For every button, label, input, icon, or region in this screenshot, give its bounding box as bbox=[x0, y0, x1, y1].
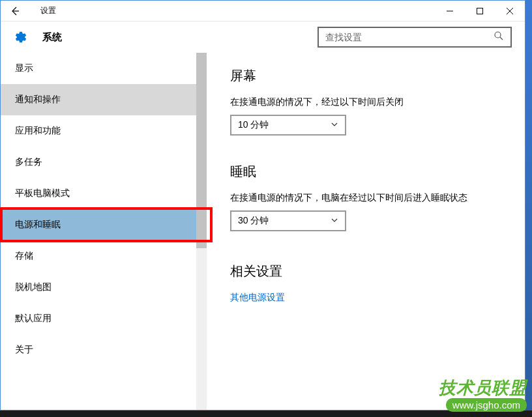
related-section-title: 相关设置 bbox=[230, 263, 501, 280]
screen-section-title: 屏幕 bbox=[230, 67, 501, 85]
header: 系统 bbox=[1, 22, 525, 53]
sidebar-item-label: 电源和睡眠 bbox=[15, 219, 61, 231]
sidebar-item-label: 显示 bbox=[15, 63, 33, 74]
sidebar-item-multitasking[interactable]: 多任务 bbox=[1, 147, 207, 178]
minimize-icon bbox=[447, 8, 453, 14]
screen-timeout-dropdown[interactable]: 10 分钟 bbox=[230, 115, 346, 136]
back-button[interactable] bbox=[1, 1, 29, 22]
search-input[interactable] bbox=[325, 32, 494, 42]
sleep-field-label: 在接通电源的情况下，电脑在经过以下时间后进入睡眠状态 bbox=[230, 192, 501, 204]
svg-point-1 bbox=[495, 32, 501, 38]
arrow-left-icon bbox=[10, 6, 20, 16]
sidebar-item-label: 默认应用 bbox=[15, 313, 52, 324]
maximize-icon bbox=[477, 8, 483, 14]
sidebar-item-storage[interactable]: 存储 bbox=[1, 240, 207, 272]
sidebar-item-label: 关于 bbox=[15, 344, 33, 356]
watermark-url: www.jsgho.com bbox=[446, 398, 527, 412]
other-power-settings-link[interactable]: 其他电源设置 bbox=[230, 292, 501, 304]
sidebar-item-power-sleep[interactable]: 电源和睡眠 bbox=[1, 209, 207, 240]
search-box[interactable] bbox=[318, 27, 512, 48]
chevron-down-icon bbox=[331, 215, 338, 227]
titlebar: 设置 bbox=[1, 1, 525, 22]
sidebar-item-label: 脱机地图 bbox=[15, 281, 52, 293]
scrollbar-thumb[interactable] bbox=[196, 53, 207, 248]
sidebar-item-default-apps[interactable]: 默认应用 bbox=[1, 303, 207, 334]
sidebar-item-label: 存储 bbox=[15, 250, 33, 262]
sleep-timeout-dropdown[interactable]: 30 分钟 bbox=[230, 210, 346, 231]
dropdown-value: 10 分钟 bbox=[238, 119, 269, 131]
window-title: 设置 bbox=[29, 5, 435, 16]
search-icon bbox=[494, 31, 504, 44]
maximize-button[interactable] bbox=[465, 1, 495, 22]
sidebar-item-offline-maps[interactable]: 脱机地图 bbox=[1, 272, 207, 303]
category-title: 系统 bbox=[42, 31, 62, 44]
minimize-button[interactable] bbox=[435, 1, 465, 22]
sidebar-item-notifications[interactable]: 通知和操作 bbox=[1, 84, 207, 115]
sidebar-item-label: 通知和操作 bbox=[15, 94, 61, 106]
gear-icon bbox=[14, 30, 28, 44]
close-button[interactable] bbox=[495, 1, 525, 22]
sleep-section-title: 睡眠 bbox=[230, 163, 501, 180]
sidebar-item-about[interactable]: 关于 bbox=[1, 334, 207, 366]
chevron-down-icon bbox=[331, 119, 338, 131]
scrollbar[interactable] bbox=[196, 53, 207, 410]
screen-field-label: 在接通电源的情况下，经过以下时间后关闭 bbox=[230, 96, 501, 108]
watermark: 技术员联盟 www.jsgho.com bbox=[439, 377, 527, 412]
dropdown-value: 30 分钟 bbox=[238, 215, 269, 227]
watermark-text: 技术员联盟 bbox=[439, 377, 527, 399]
sidebar: 显示 通知和操作 应用和功能 多任务 平板电脑模式 电源和睡眠 存储 脱机地图 … bbox=[1, 53, 207, 410]
sidebar-item-label: 多任务 bbox=[15, 156, 42, 168]
content-area: 屏幕 在接通电源的情况下，经过以下时间后关闭 10 分钟 睡眠 在接通电源的情况… bbox=[207, 53, 525, 410]
sidebar-item-apps[interactable]: 应用和功能 bbox=[1, 115, 207, 147]
close-icon bbox=[507, 8, 513, 14]
sidebar-item-label: 平板电脑模式 bbox=[15, 188, 70, 199]
sidebar-item-label: 应用和功能 bbox=[15, 125, 61, 137]
svg-rect-0 bbox=[477, 8, 483, 14]
sidebar-item-display[interactable]: 显示 bbox=[1, 53, 207, 84]
sidebar-item-tablet[interactable]: 平板电脑模式 bbox=[1, 178, 207, 209]
